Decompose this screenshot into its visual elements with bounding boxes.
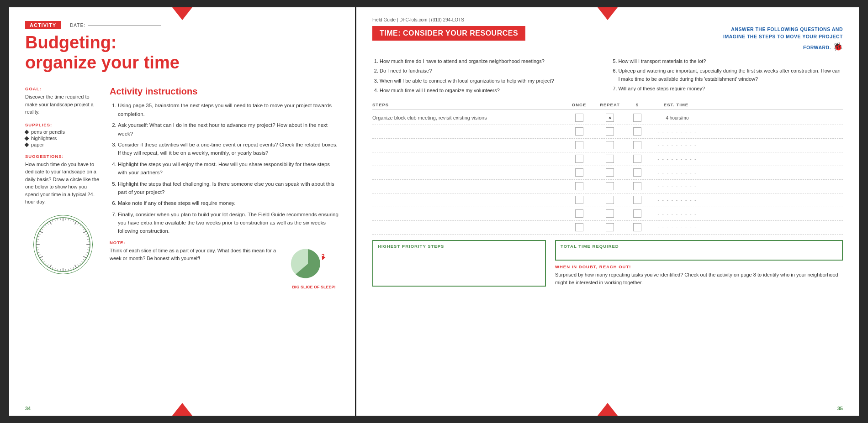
cell-repeat[interactable] [594,182,626,190]
page-number-right: 35 [837,406,843,411]
checkbox-repeat[interactable] [606,168,614,177]
col-header-repeat: REPEAT [594,102,626,107]
svg-line-56 [49,221,51,225]
checkbox-dollar[interactable] [633,155,641,163]
checkbox-once[interactable] [575,223,583,231]
cell-once[interactable] [564,209,594,218]
checkbox-repeat[interactable] [606,182,614,190]
supplies-label: SUPPLIES: [25,122,101,127]
list-item: Highlight the steps that feel challengin… [118,180,339,197]
checkbox-repeat[interactable] [606,196,614,204]
checkbox-dollar[interactable] [633,223,641,231]
svg-line-40 [41,259,43,261]
checkbox-dollar[interactable] [633,182,641,190]
checkbox-dollar[interactable] [633,141,641,149]
svg-line-44 [37,250,39,250]
cell-dollar[interactable] [626,141,649,149]
checkbox-once[interactable] [575,209,583,218]
svg-line-21 [83,256,86,258]
main-title: Budgeting: organize your time [25,33,339,73]
cell-once[interactable] [564,114,594,122]
svg-line-28 [70,268,71,270]
svg-line-11 [83,231,86,233]
svg-line-23 [81,261,83,262]
cell-repeat[interactable]: × [594,114,626,122]
instruction-list: Using page 35, brainstorm the next steps… [110,101,339,235]
cell-repeat[interactable] [594,127,626,136]
page-marker-bottom-left [172,403,192,416]
cell-once[interactable] [564,223,594,231]
checkbox-once[interactable] [575,127,583,136]
checkbox-once[interactable] [575,182,583,190]
cell-repeat[interactable] [594,196,626,204]
cell-once[interactable] [564,182,594,190]
table-row: - - - - - - - - - [372,180,843,193]
svg-line-13 [86,236,89,237]
cell-dollar[interactable] [626,168,649,177]
svg-line-18 [87,250,89,250]
svg-line-60 [60,218,60,220]
supplies-list: pens or pencils highlighters paper [25,129,101,147]
checkbox-once[interactable] [575,168,583,177]
svg-point-0 [36,218,90,272]
checkbox-repeat[interactable] [606,141,614,149]
cell-repeat[interactable] [594,155,626,163]
cell-once[interactable] [564,155,594,163]
table-row: - - - - - - - - - [372,139,843,152]
supply-text: pens or pencils [31,129,65,135]
cell-dollar[interactable] [626,196,649,204]
checkbox-once[interactable] [575,155,583,163]
svg-line-54 [45,225,46,226]
cell-repeat[interactable] [594,209,626,218]
checkbox-repeat[interactable]: × [606,114,614,122]
svg-line-37 [47,265,48,266]
cell-repeat[interactable] [594,223,626,231]
questions-left: How much time do I have to attend and or… [372,57,604,97]
note-text: Think of each slice of time as a part of… [110,247,282,262]
cell-dollar[interactable] [626,114,649,122]
pie-area: BIG SLICE OF SLEEP! [289,247,339,289]
pie-chart-svg [289,247,328,281]
right-content: Activity instructions Using page 35, bra… [110,86,339,289]
goal-text: Discover the time required to make your … [25,93,101,116]
checkbox-repeat[interactable] [606,223,614,231]
svg-line-43 [37,252,39,253]
cell-dollar[interactable] [626,209,649,218]
time-section-header: TIME: CONSIDER YOUR RESOURCES [372,26,525,41]
cell-once[interactable] [564,168,594,177]
list-item: How much time will I need to organize my… [380,87,604,95]
checkbox-dollar[interactable] [633,209,641,218]
checkbox-dollar[interactable] [633,127,641,136]
date-underline [88,25,161,26]
table-section: STEPS ONCE REPEAT $ EST. TIME Organize b… [372,102,843,235]
cell-dollar[interactable] [626,127,649,136]
cell-repeat[interactable] [594,141,626,149]
checkbox-dollar[interactable] [633,196,641,204]
svg-line-30 [65,269,66,272]
checkbox-repeat[interactable] [606,209,614,218]
cell-once[interactable] [564,141,594,149]
checkbox-dollar[interactable] [633,168,641,177]
suggestions-label: SUGGESTIONS: [25,154,101,159]
svg-line-6 [74,221,76,225]
cell-dollar[interactable] [626,155,649,163]
checkbox-dollar[interactable] [633,114,641,122]
cell-once[interactable] [564,127,594,136]
svg-line-26 [74,265,76,268]
checkbox-repeat[interactable] [606,127,614,136]
cell-est: - - - - - - - - - [649,211,704,216]
diamond-icon [25,142,29,147]
checkbox-once[interactable] [575,114,583,122]
table-header: STEPS ONCE REPEAT $ EST. TIME [372,102,843,110]
checkbox-repeat[interactable] [606,155,614,163]
cell-est: - - - - - - - - - [649,157,704,162]
checkbox-once[interactable] [575,196,583,204]
cell-dollar[interactable] [626,182,649,190]
svg-line-9 [81,226,83,228]
left-sidebar: GOAL: Discover the time required to make… [25,86,101,289]
cell-repeat[interactable] [594,168,626,177]
cell-dollar[interactable] [626,223,649,231]
checkbox-once[interactable] [575,141,583,149]
list-item: How much time do I have to attend and or… [380,57,604,66]
cell-once[interactable] [564,196,594,204]
